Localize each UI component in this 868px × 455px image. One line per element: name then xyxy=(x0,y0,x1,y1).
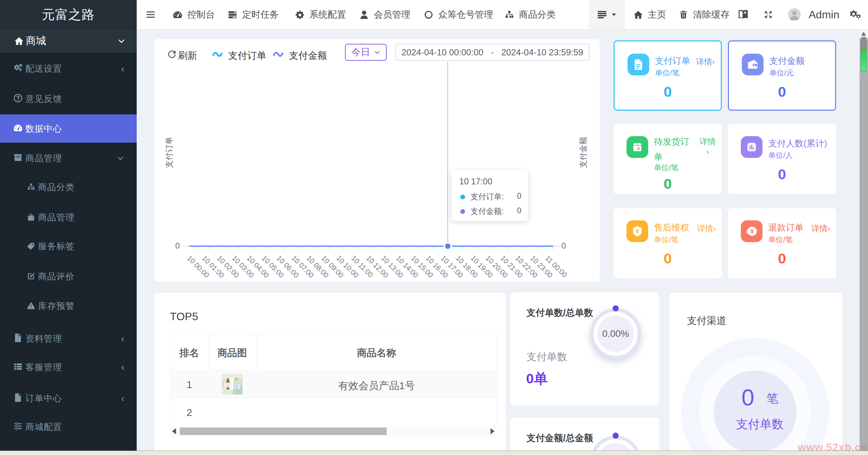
svg-text:¥: ¥ xyxy=(750,228,754,235)
svg-text:¥: ¥ xyxy=(636,228,639,235)
